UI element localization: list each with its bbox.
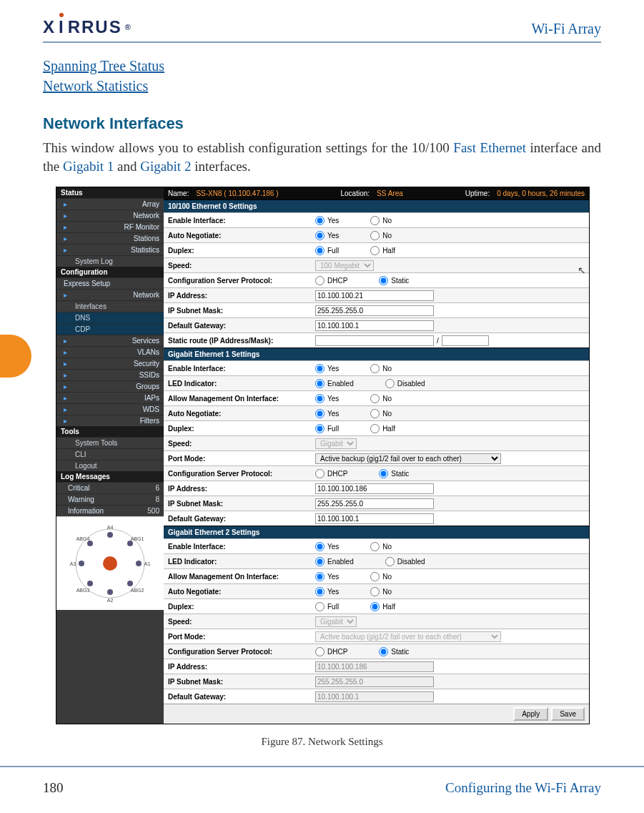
radio-input[interactable] <box>370 424 380 433</box>
sidebar-item-groups[interactable]: ▸Groups <box>56 380 164 392</box>
radio-input[interactable] <box>315 246 325 255</box>
radio-input[interactable] <box>315 587 325 596</box>
sidebar-item-system-log[interactable]: System Log <box>56 255 164 267</box>
radio-input[interactable] <box>370 409 380 418</box>
radio-option[interactable]: Full <box>315 602 339 611</box>
sidebar-item-vlans[interactable]: ▸VLANs <box>56 346 164 358</box>
sidebar-item-stations[interactable]: ▸Stations <box>56 232 164 244</box>
select-input[interactable]: Active backup (gig1/2 fail over to each … <box>315 453 501 464</box>
link-spanning-tree-status[interactable]: Spanning Tree Status <box>43 56 601 76</box>
glossary-fast-ethernet[interactable]: Fast Ethernet <box>453 140 526 155</box>
radio-input[interactable] <box>315 572 325 581</box>
sidebar-item-cdp[interactable]: CDP <box>56 323 164 335</box>
radio-option[interactable]: No <box>370 364 392 373</box>
sidebar-item-system-tools[interactable]: System Tools <box>56 437 164 448</box>
radio-input[interactable] <box>315 231 325 240</box>
radio-input[interactable] <box>379 647 388 656</box>
sidebar-item-services[interactable]: ▸Services <box>56 335 164 346</box>
text-input[interactable] <box>442 335 489 346</box>
radio-input[interactable] <box>370 542 380 551</box>
sidebar-item-statistics[interactable]: ▸Statistics <box>56 244 164 255</box>
radio-option[interactable]: No <box>370 231 392 240</box>
radio-input[interactable] <box>315 379 325 388</box>
radio-option[interactable]: Static <box>379 276 409 285</box>
radio-input[interactable] <box>315 276 325 285</box>
radio-input[interactable] <box>370 231 380 240</box>
radio-option[interactable]: No <box>370 542 392 551</box>
radio-input[interactable] <box>315 216 325 225</box>
radio-option[interactable]: Enabled <box>315 379 354 388</box>
link-network-statistics[interactable]: Network Statistics <box>43 76 601 96</box>
radio-option[interactable]: Half <box>370 602 395 611</box>
text-input[interactable] <box>315 290 434 301</box>
sidebar-item-array[interactable]: ▸Array <box>56 198 164 210</box>
sidebar-log-critical[interactable]: Critical6 <box>56 482 164 493</box>
text-input[interactable] <box>315 498 434 509</box>
sidebar-log-information[interactable]: Information500 <box>56 505 164 516</box>
sidebar-log-warning[interactable]: Warning8 <box>56 493 164 505</box>
radio-option[interactable]: No <box>370 216 392 225</box>
sidebar-item-express-setup[interactable]: Express Setup <box>56 277 164 289</box>
radio-input[interactable] <box>315 364 325 373</box>
radio-input[interactable] <box>370 216 380 225</box>
radio-option[interactable]: No <box>370 587 392 596</box>
radio-option[interactable]: DHCP <box>315 647 347 656</box>
apply-button[interactable]: Apply <box>513 707 548 721</box>
text-input[interactable] <box>315 513 434 524</box>
text-input[interactable] <box>315 305 434 316</box>
radio-input[interactable] <box>315 409 325 418</box>
sidebar-item-network[interactable]: ▸Network <box>56 210 164 221</box>
radio-input[interactable] <box>385 557 395 566</box>
radio-input[interactable] <box>370 246 380 255</box>
radio-input[interactable] <box>370 364 380 373</box>
radio-option[interactable]: No <box>370 394 392 403</box>
radio-option[interactable]: Yes <box>315 394 339 403</box>
radio-input[interactable] <box>370 587 380 596</box>
radio-option[interactable]: Yes <box>315 364 339 373</box>
text-input[interactable] <box>315 335 434 346</box>
radio-option[interactable]: Half <box>370 424 395 433</box>
radio-option[interactable]: Static <box>379 647 409 656</box>
radio-input[interactable] <box>379 469 388 478</box>
radio-option[interactable]: Yes <box>315 409 339 418</box>
glossary-gigabit-2[interactable]: Gigabit 2 <box>140 159 191 174</box>
sidebar-item-filters[interactable]: ▸Filters <box>56 415 164 426</box>
radio-option[interactable]: DHCP <box>315 276 347 285</box>
radio-input[interactable] <box>370 394 380 403</box>
radio-option[interactable]: DHCP <box>315 469 347 478</box>
sidebar-item-wds[interactable]: ▸WDS <box>56 403 164 415</box>
radio-input[interactable] <box>315 424 325 433</box>
radio-option[interactable]: Full <box>315 246 339 255</box>
text-input[interactable] <box>315 483 434 494</box>
radio-option[interactable]: Yes <box>315 216 339 225</box>
radio-option[interactable]: No <box>370 409 392 418</box>
radio-input[interactable] <box>315 602 325 611</box>
radio-input[interactable] <box>379 276 388 285</box>
sidebar-item-iaps[interactable]: ▸IAPs <box>56 392 164 403</box>
sidebar-item-interfaces[interactable]: Interfaces <box>56 300 164 312</box>
radio-option[interactable]: Static <box>379 469 409 478</box>
radio-option[interactable]: Yes <box>315 231 339 240</box>
sidebar-item-ssids[interactable]: ▸SSIDs <box>56 369 164 380</box>
radio-input[interactable] <box>315 394 325 403</box>
radio-option[interactable]: Enabled <box>315 557 354 566</box>
radio-input[interactable] <box>370 602 380 611</box>
radio-option[interactable]: Disabled <box>385 379 425 388</box>
save-button[interactable]: Save <box>551 707 585 721</box>
radio-option[interactable]: Disabled <box>385 557 425 566</box>
sidebar-item-logout[interactable]: Logout <box>56 460 164 471</box>
sidebar-item-cli[interactable]: CLI <box>56 448 164 460</box>
radio-option[interactable]: Full <box>315 424 339 433</box>
radio-option[interactable]: Yes <box>315 587 339 596</box>
radio-option[interactable]: Half <box>370 246 395 255</box>
radio-input[interactable] <box>315 647 325 656</box>
radio-option[interactable]: Yes <box>315 572 339 581</box>
text-input[interactable] <box>315 320 434 331</box>
radio-option[interactable]: No <box>370 572 392 581</box>
sidebar-item-dns[interactable]: DNS <box>56 312 164 323</box>
radio-input[interactable] <box>315 542 325 551</box>
sidebar-item-network[interactable]: ▸Network <box>56 289 164 300</box>
radio-input[interactable] <box>315 469 325 478</box>
sidebar-item-rf-monitor[interactable]: ▸RF Monitor <box>56 221 164 232</box>
radio-input[interactable] <box>385 379 395 388</box>
